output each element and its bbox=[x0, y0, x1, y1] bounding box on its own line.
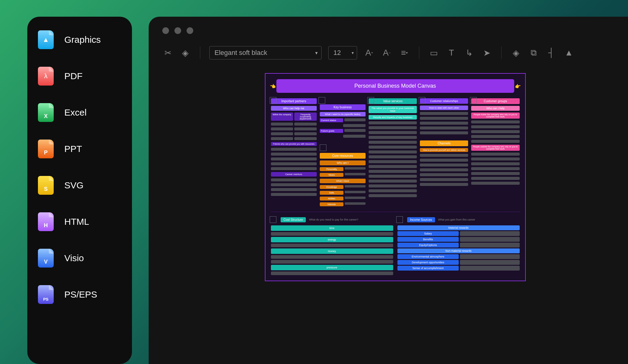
flip-icon[interactable]: ▲ bbox=[563, 47, 574, 58]
activities-column[interactable]: Key business What I want to do (specific… bbox=[320, 98, 366, 206]
text-icon[interactable]: T bbox=[446, 47, 457, 58]
partners-header: Important partners bbox=[271, 98, 317, 104]
minimize-dot[interactable] bbox=[174, 27, 181, 34]
canvas-title[interactable]: 👈 Personal Business Model Canvas 👉 bbox=[276, 79, 514, 93]
partners-column[interactable]: Important partners Who can help me Withi… bbox=[271, 98, 317, 206]
export-visio[interactable]: V Visio bbox=[38, 249, 121, 268]
group-icon[interactable]: ⧉ bbox=[528, 47, 539, 58]
export-label: Excel bbox=[64, 107, 86, 118]
export-label: PDF bbox=[64, 71, 83, 81]
income-column[interactable]: Income Sources What you gain from this c… bbox=[397, 216, 520, 275]
export-label: Graphics bbox=[64, 35, 101, 45]
export-label: PPT bbox=[64, 144, 82, 154]
pointer-icon[interactable]: ➤ bbox=[481, 47, 492, 58]
hand-right-icon: 👉 bbox=[515, 83, 521, 89]
export-excel[interactable]: X Excel bbox=[38, 103, 121, 122]
export-svg[interactable]: S SVG bbox=[38, 176, 121, 195]
export-ps[interactable]: PS PS/EPS bbox=[38, 285, 121, 304]
format-painter-icon[interactable]: ◈ bbox=[180, 47, 191, 58]
relationships-column[interactable]: Customer relationships How to deal with … bbox=[420, 98, 468, 206]
export-ppt[interactable]: P PPT bbox=[38, 140, 121, 158]
value-column[interactable]: Value services The value you provide to … bbox=[369, 98, 417, 206]
maximize-dot[interactable] bbox=[187, 27, 193, 34]
rectangle-icon[interactable]: ▭ bbox=[428, 47, 439, 58]
export-label: HTML bbox=[64, 217, 89, 227]
export-graphics[interactable]: ▲ Graphics bbox=[38, 30, 121, 49]
export-label: PS/EPS bbox=[64, 289, 97, 300]
connector-icon[interactable]: ↳ bbox=[464, 47, 474, 58]
window-controls bbox=[162, 27, 628, 34]
align-objects-icon[interactable]: ┤ bbox=[546, 47, 557, 58]
canvas[interactable]: 👈 Personal Business Model Canvas 👉 Impor… bbox=[265, 73, 526, 281]
customers-column[interactable]: Customer groups Who can I help People in… bbox=[471, 98, 519, 206]
export-label: SVG bbox=[64, 180, 83, 190]
export-html[interactable]: H HTML bbox=[38, 212, 121, 231]
export-sidebar: ▲ Graphics λ PDF X Excel P PPT S SVG H H… bbox=[27, 17, 132, 364]
toolbar: ✂ ◈ Elegant soft black 12 A+ A− ≡▾ ▭ T ↳… bbox=[162, 46, 628, 59]
app-window: ✂ ◈ Elegant soft black 12 A+ A− ≡▾ ▭ T ↳… bbox=[149, 17, 628, 364]
align-icon[interactable]: ≡▾ bbox=[399, 47, 410, 58]
partners-sub: Who can help me bbox=[271, 106, 317, 111]
layers-icon[interactable]: ◈ bbox=[511, 47, 522, 58]
cut-icon[interactable]: ✂ bbox=[162, 47, 173, 58]
increase-font-icon[interactable]: A+ bbox=[364, 47, 375, 58]
export-label: Visio bbox=[64, 253, 84, 263]
close-dot[interactable] bbox=[162, 27, 169, 34]
decrease-font-icon[interactable]: A− bbox=[381, 47, 392, 58]
export-pdf[interactable]: λ PDF bbox=[38, 67, 121, 86]
font-size-select[interactable]: 12 bbox=[328, 46, 357, 59]
font-select[interactable]: Elegant soft black bbox=[209, 46, 322, 59]
hand-left-icon: 👈 bbox=[270, 83, 276, 89]
cost-column[interactable]: Cost Structure What do you need to pay f… bbox=[271, 216, 393, 275]
